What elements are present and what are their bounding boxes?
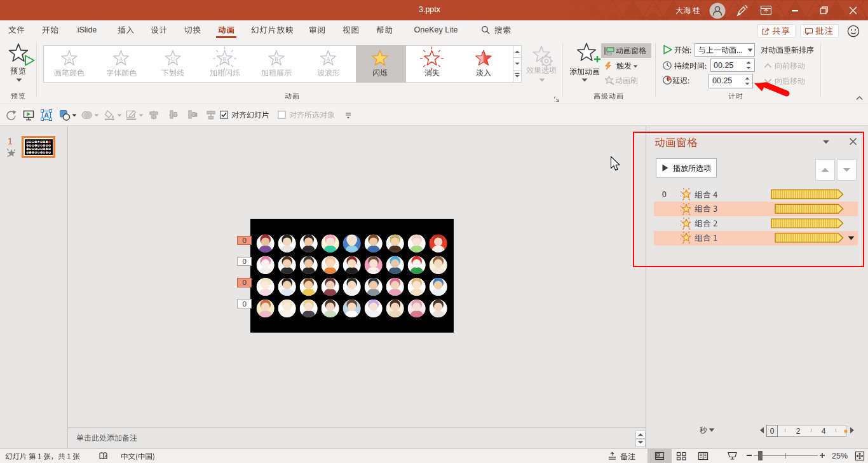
svg-text:A: A bbox=[44, 111, 49, 119]
svg-text:A: A bbox=[67, 56, 72, 62]
svg-text:A: A bbox=[119, 56, 123, 62]
svg-text:A: A bbox=[326, 56, 330, 62]
svg-text:U: U bbox=[171, 56, 175, 62]
svg-text:B: B bbox=[222, 56, 226, 62]
svg-text:B: B bbox=[275, 56, 278, 62]
